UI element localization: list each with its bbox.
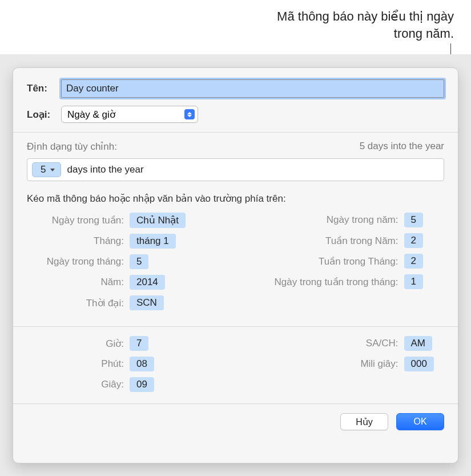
token-chip-era[interactable]: SCN xyxy=(130,295,164,310)
time-tokens-grid: Giờ:7 Phút:08 Giây:09 SA/CH:AM Mili giây… xyxy=(27,336,444,398)
time-section: Giờ:7 Phút:08 Giây:09 SA/CH:AM Mili giây… xyxy=(13,327,458,404)
token-chip-month[interactable]: tháng 1 xyxy=(130,234,176,249)
name-label: Tên: xyxy=(27,83,53,94)
ok-button[interactable]: OK xyxy=(396,413,444,430)
token-row: Tháng:tháng 1 xyxy=(27,234,227,249)
token-row: SA/CH:AM xyxy=(244,336,445,351)
token-row: Tuần trong Năm:2 xyxy=(244,233,445,248)
token-label: Ngày trong tháng: xyxy=(27,256,130,267)
format-input[interactable]: 5 days into the year xyxy=(27,158,444,181)
time-tokens-right: SA/CH:AM Mili giây:000 xyxy=(244,336,445,398)
token-row: Giây:09 xyxy=(27,377,227,392)
name-input[interactable] xyxy=(61,79,444,98)
token-row: Ngày trong tuần trong tháng:1 xyxy=(244,274,445,289)
token-label: Ngày trong tuần: xyxy=(27,214,130,226)
dialog-footer: Hủy OK xyxy=(13,404,458,442)
token-chip-minute[interactable]: 08 xyxy=(130,357,154,371)
date-tokens-right: Ngày trong năm:5 Tuần trong Năm:2 Tuần t… xyxy=(244,213,445,316)
token-chip-hour[interactable]: 7 xyxy=(130,336,148,351)
token-value: 5 xyxy=(41,164,46,175)
format-token-day-of-year[interactable]: 5 xyxy=(32,162,61,177)
cancel-button[interactable]: Hủy xyxy=(340,413,388,430)
name-row: Tên: xyxy=(27,79,444,98)
token-label: Mili giây: xyxy=(244,358,404,370)
token-row: Ngày trong tuần:Chủ Nhật xyxy=(27,213,227,228)
token-chip-day-of-week[interactable]: Chủ Nhật xyxy=(130,213,186,228)
type-select[interactable]: Ngày & giờ xyxy=(61,106,198,123)
token-label: Ngày trong năm: xyxy=(244,214,404,226)
token-label: Tuần trong Tháng: xyxy=(244,255,404,267)
type-select-wrap: Ngày & giờ xyxy=(61,106,198,123)
token-label: Phút: xyxy=(27,358,130,370)
token-row: Giờ:7 xyxy=(27,336,227,351)
token-label: Năm: xyxy=(27,277,130,288)
token-label: SA/CH: xyxy=(244,338,404,349)
token-row: Ngày trong năm:5 xyxy=(244,213,445,227)
header-section: Tên: Loại: Ngày & giờ xyxy=(13,68,458,133)
token-chip-ampm[interactable]: AM xyxy=(404,336,433,351)
token-label: Tháng: xyxy=(27,235,130,247)
token-chip-millisecond[interactable]: 000 xyxy=(404,357,434,371)
date-tokens-grid: Ngày trong tuần:Chủ Nhật Tháng:tháng 1 N… xyxy=(27,213,444,316)
token-label: Ngày trong tuần trong tháng: xyxy=(244,276,404,288)
drag-instruction: Kéo mã thông báo hoặc nhập văn bản vào t… xyxy=(27,193,444,205)
token-label: Tuần trong Năm: xyxy=(244,235,404,247)
date-tokens-left: Ngày trong tuần:Chủ Nhật Tháng:tháng 1 N… xyxy=(27,213,227,316)
token-label: Giây: xyxy=(27,379,130,390)
format-heading: Định dạng tùy chỉnh: 5 days into the yea… xyxy=(27,141,444,153)
token-chip-week-of-year[interactable]: 2 xyxy=(404,233,423,248)
format-section: Định dạng tùy chỉnh: 5 days into the yea… xyxy=(13,133,458,327)
token-chip-day-of-year[interactable]: 5 xyxy=(404,213,423,227)
callout-text: Mã thông báo này biểu thị ngày trong năm… xyxy=(265,8,454,42)
token-row: Tuần trong Tháng:2 xyxy=(244,254,445,269)
token-row: Mili giây:000 xyxy=(244,357,445,371)
time-tokens-left: Giờ:7 Phút:08 Giây:09 xyxy=(27,336,227,398)
token-label: Thời đại: xyxy=(27,297,130,309)
custom-format-dialog: Tên: Loại: Ngày & giờ Định dạng tùy chỉn… xyxy=(13,67,458,463)
custom-format-label: Định dạng tùy chỉnh: xyxy=(27,141,117,153)
token-row: Ngày trong tháng:5 xyxy=(27,254,227,269)
token-chip-day-of-month[interactable]: 5 xyxy=(130,254,148,269)
token-chip-second[interactable]: 09 xyxy=(130,377,154,392)
token-chip-week-of-month[interactable]: 2 xyxy=(404,254,423,269)
type-row: Loại: Ngày & giờ xyxy=(27,106,444,123)
token-chip-weekday-of-month[interactable]: 1 xyxy=(404,274,423,289)
format-preview: 5 days into the year xyxy=(360,141,444,153)
token-label: Giờ: xyxy=(27,338,130,350)
token-row: Phút:08 xyxy=(27,357,227,371)
token-row: Thời đại:SCN xyxy=(27,295,227,310)
format-literal-text: days into the year xyxy=(67,164,143,175)
chevron-down-icon xyxy=(50,169,55,171)
type-label: Loại: xyxy=(27,109,53,121)
token-chip-year[interactable]: 2014 xyxy=(130,275,165,290)
token-row: Năm:2014 xyxy=(27,275,227,290)
